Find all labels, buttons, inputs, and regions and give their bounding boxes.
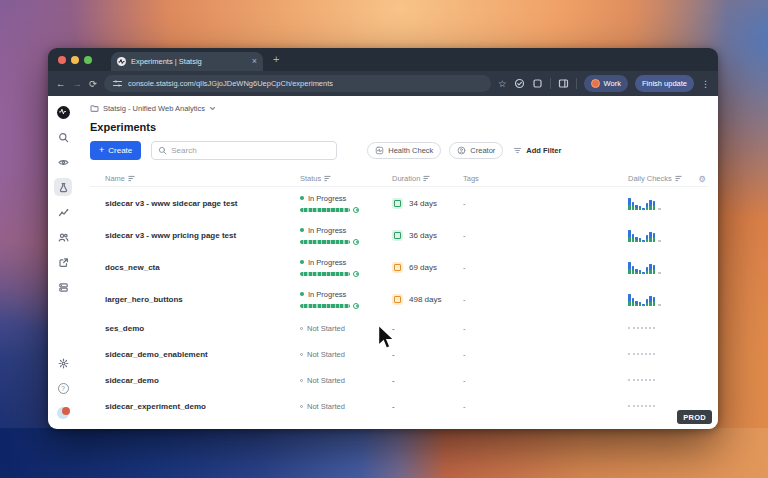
export-icon [58, 257, 69, 268]
column-header-tags[interactable]: Tags [463, 174, 628, 183]
table-row[interactable]: sidecar v3 - www sidecar page testIn Pro… [90, 187, 708, 219]
spark-bar [628, 262, 631, 274]
experiment-name-link[interactable]: sidecar_demo_enablement [105, 350, 300, 359]
side-panel-icon[interactable] [558, 78, 569, 89]
browser-menu-icon[interactable]: ⋮ [701, 79, 710, 89]
duration-cell: 36 days [392, 230, 463, 241]
flask-icon [58, 182, 69, 193]
zoom-window-button[interactable] [84, 56, 92, 64]
sidebar-item-metrics[interactable] [54, 203, 72, 221]
status-cell: In Progress [300, 226, 392, 245]
spark-tail [658, 208, 661, 210]
tags-cell: - [463, 199, 628, 208]
tags-cell: - [463, 402, 628, 411]
profile-label: Work [604, 79, 621, 88]
address-bar[interactable]: console.statsig.com/qIlsJGjoJDeWNg6UepCp… [104, 75, 491, 92]
extensions-icon[interactable] [532, 78, 543, 89]
column-header-status[interactable]: Status [300, 174, 392, 183]
add-filter-button[interactable]: Add Filter [511, 142, 563, 159]
minimize-window-button[interactable] [71, 56, 79, 64]
search-box[interactable] [151, 141, 337, 160]
experiment-name-link[interactable]: ses_demo [105, 324, 300, 333]
experiment-name-link[interactable]: sidecar_demo [105, 376, 300, 385]
back-icon[interactable]: ← [56, 79, 66, 89]
password-check-icon[interactable] [514, 78, 525, 89]
daily-checks-cell [628, 327, 698, 329]
sidebar-item-integrations[interactable] [54, 253, 72, 271]
table-settings-icon[interactable]: ⚙ [698, 174, 708, 184]
table-row[interactable]: sidecar_demo_enablementNot Started-- [90, 341, 708, 367]
duration-cell: 498 days [392, 294, 463, 305]
project-breadcrumb[interactable]: Statsig - Unified Web Analytics [90, 102, 708, 114]
creator-filter[interactable]: Creator [449, 142, 503, 159]
status-cell: In Progress [300, 258, 392, 277]
sidebar-item-settings[interactable] [54, 354, 72, 372]
status-dot-icon [300, 196, 304, 200]
mouse-cursor [377, 324, 397, 352]
table-row[interactable]: sidecar_demoNot Started-- [90, 367, 708, 393]
progress-bar [300, 304, 350, 308]
sidebar-item-home[interactable] [54, 103, 72, 121]
sidebar-item-experiments[interactable] [54, 178, 72, 196]
tab-close-icon[interactable]: × [252, 57, 257, 66]
profile-chip[interactable]: Work [584, 75, 628, 92]
experiment-name-link[interactable]: sidecar v3 - www pricing page test [105, 231, 300, 240]
main-panel: Statsig - Unified Web Analytics Experime… [78, 96, 718, 429]
tags-cell: - [463, 350, 628, 359]
sidebar-item-storage[interactable] [54, 278, 72, 296]
experiment-name-link[interactable]: sidecar_experiment_demo [105, 402, 300, 411]
table-row[interactable]: sidecar_experiment_demoNot Started-- [90, 393, 708, 419]
spark-bar [642, 240, 645, 242]
experiment-name-link[interactable]: docs_new_cta [105, 263, 300, 272]
sidebar-item-help[interactable]: ? [54, 379, 72, 397]
create-button[interactable]: + Create [90, 141, 141, 160]
sort-icon [423, 175, 430, 182]
sidebar-item-search[interactable] [54, 128, 72, 146]
duration-cell: - [392, 376, 463, 385]
sidebar-item-audiences[interactable] [54, 228, 72, 246]
forward-icon[interactable]: → [73, 79, 83, 89]
health-check-filter[interactable]: Health Check [367, 142, 441, 159]
browser-window: Experiments | Statsig × + ← → ⟳ console.… [48, 48, 718, 429]
table-row[interactable]: ses_demoNot Started-- [90, 315, 708, 341]
column-header-name[interactable]: Name [105, 174, 300, 183]
table-body: sidecar v3 - www sidecar page testIn Pro… [90, 187, 708, 419]
project-name: Statsig - Unified Web Analytics [103, 104, 205, 113]
spark-tail [658, 304, 661, 306]
search-icon [158, 146, 167, 155]
new-tab-button[interactable]: + [273, 54, 279, 65]
status-text: In Progress [308, 194, 346, 203]
duration-health-icon [392, 294, 403, 305]
finish-update-button[interactable]: Finish update [635, 75, 694, 92]
sort-icon [675, 175, 682, 182]
browser-tab[interactable]: Experiments | Statsig × [111, 52, 263, 71]
finish-update-label: Finish update [642, 79, 687, 88]
search-input[interactable] [171, 146, 330, 155]
bookmark-star-icon[interactable]: ☆ [498, 79, 507, 89]
experiment-name-link[interactable]: sidecar v3 - www sidecar page test [105, 199, 300, 208]
column-header-duration[interactable]: Duration [392, 174, 463, 183]
controls-row: + Create Health Check [90, 141, 708, 160]
desktop-background: Experiments | Statsig × + ← → ⟳ console.… [0, 0, 768, 478]
chart-icon [58, 207, 69, 218]
url-text[interactable]: console.statsig.com/qIlsJGjoJDeWNg6UepCp… [128, 79, 333, 88]
statsig-logo-icon [57, 106, 70, 119]
sidebar-item-feature-gates[interactable] [54, 153, 72, 171]
spark-bar [628, 230, 631, 242]
table-row[interactable]: docs_new_ctaIn Progress69 days- [90, 251, 708, 283]
site-settings-icon[interactable] [112, 78, 123, 89]
column-header-daily-checks[interactable]: Daily Checks [628, 174, 698, 183]
duration-cell: - [392, 324, 463, 333]
reload-icon[interactable]: ⟳ [89, 79, 97, 89]
table-row[interactable]: larger_hero_buttonsIn Progress498 days- [90, 283, 708, 315]
spark-bar [653, 265, 656, 274]
experiment-name-link[interactable]: larger_hero_buttons [105, 295, 300, 304]
database-icon [58, 282, 69, 293]
health-check-label: Health Check [388, 146, 433, 155]
spark-bar [653, 233, 656, 242]
daily-checks-cell [628, 196, 698, 210]
table-row[interactable]: sidecar v3 - www pricing page testIn Pro… [90, 219, 708, 251]
sort-icon [128, 175, 135, 182]
close-window-button[interactable] [58, 56, 66, 64]
sidebar-item-account[interactable] [54, 404, 72, 422]
